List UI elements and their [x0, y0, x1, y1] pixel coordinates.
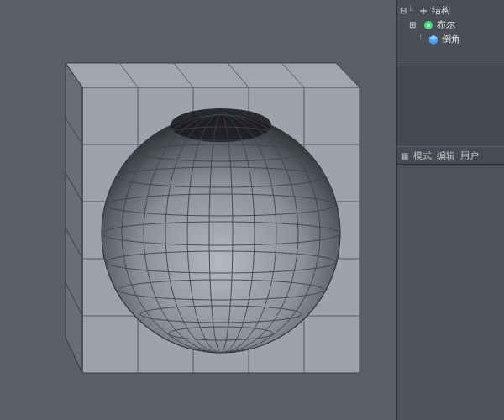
attr-tab-user[interactable]: 用户 [460, 150, 479, 162]
cube-left-face [66, 63, 82, 373]
hierarchy-label[interactable]: 布尔 [437, 18, 455, 32]
attribute-body [397, 165, 504, 420]
attribute-header: ▦ 模式 编辑 用户 [397, 146, 504, 165]
cube-top-face [66, 63, 360, 87]
sphere-dark-top [171, 108, 271, 142]
boolean-object-icon [423, 19, 434, 31]
bevel-object-icon [428, 34, 439, 45]
hierarchy-row-bevel[interactable]: └ 倒角 [399, 32, 502, 46]
hierarchy-label[interactable]: 倒角 [442, 32, 460, 46]
collapse-toggle-icon[interactable]: ⊞ [408, 18, 417, 32]
hatch-icon: ▦ [401, 151, 408, 160]
collapse-toggle-icon[interactable]: ⊟ [399, 3, 407, 18]
viewport[interactable] [0, 0, 396, 420]
hierarchy-row-boolean[interactable]: ⊞ 布尔 [399, 18, 502, 32]
attr-tab-mode[interactable]: 模式 [413, 150, 432, 162]
svg-point-36 [427, 23, 430, 26]
side-panel: ⊟ └ 结构 ⊞ 布尔 └ [396, 0, 504, 420]
null-object-icon [417, 5, 429, 17]
attr-tab-edit[interactable]: 编辑 [437, 150, 455, 162]
tree-branch-icon: └ [407, 3, 417, 18]
tree-branch-icon: └ [417, 32, 427, 46]
object-hierarchy[interactable]: ⊟ └ 结构 ⊞ 布尔 └ [397, 0, 504, 66]
sphere-cavity [102, 114, 340, 353]
hierarchy-label[interactable]: 结构 [432, 3, 450, 18]
hierarchy-row-root[interactable]: ⊟ └ 结构 [399, 3, 502, 18]
